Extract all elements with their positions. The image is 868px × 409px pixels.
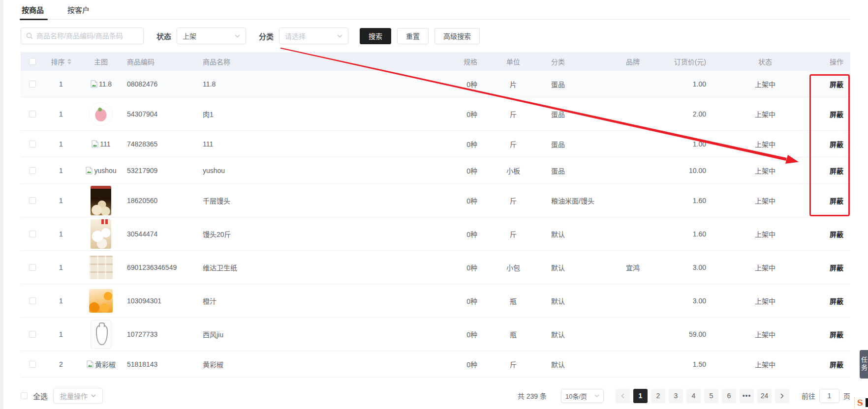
page-size-value: 10条/页 [565,391,587,401]
pager-prev-button[interactable] [616,389,630,403]
cell-image [78,219,124,249]
table-footer: 全选 批量操作 共 239 条 10条/页 [21,384,850,408]
cell-code: 74828365 [124,140,199,148]
column-header-sort[interactable]: 排序 [44,57,78,66]
tab-by-product[interactable]: 按商品 [21,0,45,20]
broken-image: yushou [85,167,116,175]
ime-logo: S [857,398,863,408]
cell-unit: 瓶 [480,296,547,306]
pager-more-button[interactable]: ••• [740,389,754,403]
status-filter-label: 状态 [156,31,171,41]
page-size-select[interactable]: 10条/页 [561,389,604,403]
pager-next-button[interactable] [775,389,789,403]
broken-image-icon [86,360,94,368]
corner-widget [866,398,868,407]
row-checkbox[interactable] [29,297,36,304]
page-button-3[interactable]: 3 [669,389,683,403]
block-action-button[interactable]: 屏蔽 [830,79,843,89]
select-all-header-checkbox[interactable] [29,58,36,65]
broken-image-icon [90,80,98,88]
cell-sort: 1 [44,297,78,305]
cell-sort: 1 [44,263,78,271]
cell-price: 59.00 [654,330,726,338]
status-select[interactable]: 上架 [177,28,246,44]
broken-image: 黄彩椒 [86,359,116,369]
table-row: 1 10727733 西风jiu 0种 瓶 默认 59.00 上架中 屏蔽 [21,318,850,351]
cell-name: 维达卫生纸 [199,263,440,272]
select-all-label: 全选 [33,391,48,401]
block-action-button[interactable]: 屏蔽 [830,229,843,239]
cell-code: 53217909 [124,167,199,175]
broken-image-icon [91,140,99,148]
block-action-button[interactable]: 屏蔽 [830,329,843,339]
cell-name: 千层馒头 [199,196,440,205]
task-side-tab[interactable]: 任务 [860,350,868,379]
cell-sort: 1 [44,330,78,338]
cell-code: 10727733 [124,330,199,338]
cell-status: 上架中 [726,79,805,89]
column-header-category: 分类 [547,57,612,66]
cell-price: 10.00 [654,167,726,175]
block-action-button[interactable]: 屏蔽 [830,359,843,369]
row-checkbox[interactable] [29,331,36,338]
cell-image: 黄彩椒 [78,359,124,369]
row-checkbox[interactable] [29,141,36,147]
search-input[interactable] [36,32,138,40]
block-action-button[interactable]: 屏蔽 [830,296,843,306]
row-checkbox[interactable] [29,81,36,88]
cell-unit: 片 [480,79,547,89]
column-header-status: 状态 [726,57,805,66]
page-button-5[interactable]: 5 [704,389,718,403]
table-header: 排序 主图 商品编码 商品名称 规格 单位 分类 品牌 订货价(元) 状态 操作 [21,52,850,71]
select-all-checkbox[interactable] [21,392,28,399]
cell-name: 肉1 [199,109,440,119]
page-button-6[interactable]: 6 [722,389,736,403]
search-button[interactable]: 搜索 [360,28,391,44]
row-checkbox[interactable] [29,264,36,271]
cell-spec: 0种 [440,263,480,272]
goto-page-input[interactable] [819,389,839,403]
page-button-24[interactable]: 24 [757,389,772,403]
cell-price: 2.00 [654,110,726,118]
chevron-left-icon [621,393,624,399]
row-checkbox[interactable] [29,361,36,368]
cell-sort: 1 [44,230,78,238]
reset-button[interactable]: 重置 [397,28,429,44]
row-checkbox[interactable] [29,231,36,237]
page-button-2[interactable]: 2 [651,389,665,403]
page-button-4[interactable]: 4 [686,389,701,403]
category-select[interactable]: 请选择 [279,28,348,44]
column-header-unit: 单位 [480,57,547,66]
cell-status: 上架中 [726,229,805,239]
product-thumbnail [89,102,113,126]
cell-code: 51818143 [124,360,199,368]
table-row: 1 54307904 肉1 0种 斤 蛋品 2.00 上架中 屏蔽 [21,97,850,131]
block-action-button[interactable]: 屏蔽 [830,109,843,119]
cell-category: 默认 [547,263,612,272]
cell-price: 3.00 [654,297,726,305]
sort-carets-icon[interactable] [67,58,71,64]
product-search-box[interactable] [21,28,144,44]
row-checkbox[interactable] [29,167,36,174]
cell-sort: 1 [44,140,78,148]
row-checkbox[interactable] [29,111,36,117]
cell-spec: 0种 [440,109,480,119]
cell-name: 西风jiu [199,329,440,339]
block-action-button[interactable]: 屏蔽 [830,139,843,149]
tab-by-customer[interactable]: 按客户 [66,0,91,20]
cell-spec: 0种 [440,79,480,89]
block-action-button[interactable]: 屏蔽 [830,196,843,205]
cell-unit: 小包 [480,263,547,272]
batch-operation-button[interactable]: 批量操作 [53,388,103,404]
cell-status: 上架中 [726,329,805,339]
cell-price: 3.00 [654,263,726,271]
row-checkbox[interactable] [29,197,36,204]
block-action-button[interactable]: 屏蔽 [830,263,843,272]
pager-pages: 123456•••24 [633,389,772,403]
block-action-button[interactable]: 屏蔽 [830,166,843,175]
cell-image: yushou [78,167,124,175]
cell-image [78,289,124,313]
advanced-search-button[interactable]: 高级搜索 [434,28,480,44]
cell-image [78,320,124,349]
page-button-1[interactable]: 1 [633,389,648,403]
